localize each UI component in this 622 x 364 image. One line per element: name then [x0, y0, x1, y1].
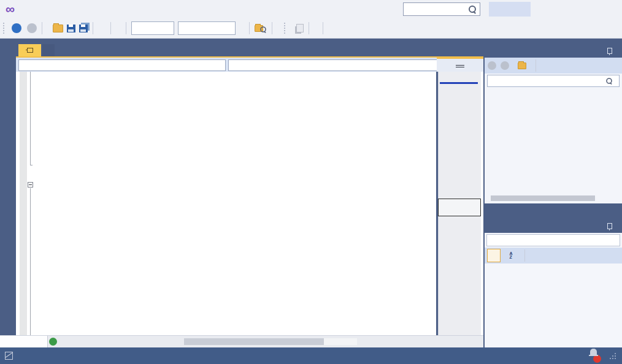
properties-toolbar: AZ: [485, 248, 622, 264]
sort-az-icon: AZ: [509, 252, 512, 259]
toolbar-separator: [249, 22, 250, 34]
split-handle-icon[interactable]: [456, 64, 464, 68]
save-all-icon: [79, 25, 88, 32]
pin-icon[interactable]: [27, 48, 33, 53]
solution-search-row: [485, 74, 622, 88]
toolbar-grip[interactable]: [284, 23, 287, 34]
open-file-button[interactable]: [51, 21, 65, 36]
toolbar-grip[interactable]: [3, 23, 6, 34]
increase-indent-button[interactable]: [316, 21, 320, 36]
copy-icon: [296, 24, 304, 32]
back-icon[interactable]: [488, 61, 496, 70]
properties-body: AZ: [485, 233, 622, 347]
code-editor[interactable]: [16, 72, 483, 335]
solution-search-input[interactable]: [487, 75, 620, 87]
toolbar-separator: [42, 22, 42, 34]
navigate-back-button[interactable]: [10, 21, 25, 36]
save-all-button[interactable]: [77, 21, 90, 36]
editor-group: [16, 38, 483, 335]
close-button[interactable]: [593, 0, 622, 18]
comment-button[interactable]: [326, 21, 332, 36]
quick-search-input[interactable]: [403, 2, 480, 16]
categorized-button[interactable]: [487, 249, 501, 262]
scrollbar-thumb[interactable]: [184, 338, 324, 345]
switch-views-icon: [518, 63, 526, 69]
solution-explorer-body: [485, 58, 622, 203]
search-icon: [469, 6, 476, 13]
forward-icon[interactable]: [501, 61, 509, 70]
background-tasks-icon[interactable]: [5, 352, 13, 360]
copy-button[interactable]: [294, 21, 305, 36]
member-dropdown[interactable]: [228, 59, 448, 71]
solution-explorer-panel: [485, 44, 622, 218]
splitter-zone: [437, 58, 483, 73]
new-project-button[interactable]: [45, 21, 51, 36]
pin-icon[interactable]: [607, 223, 612, 229]
solution-configuration-dropdown[interactable]: [131, 21, 174, 35]
undo-button[interactable]: [96, 21, 102, 36]
document-tabstrip: [18, 44, 55, 56]
panel-bottom-tabs: [485, 204, 622, 218]
solution-explorer-toolbar: [485, 58, 622, 74]
find-magnifier-icon: [260, 26, 266, 32]
minimap-viewport[interactable]: [438, 199, 481, 216]
window-title: [489, 2, 531, 17]
vs-window: ∞: [0, 0, 622, 364]
left-tool-tabs: [0, 38, 16, 347]
toolbar-separator: [272, 22, 272, 34]
save-icon: [67, 25, 75, 32]
switch-views-button[interactable]: [518, 63, 528, 69]
redo-button[interactable]: [102, 21, 107, 36]
navigate-forward-icon: [27, 23, 37, 33]
toolbar-separator: [93, 22, 93, 34]
toolbar-separator: [309, 22, 309, 34]
toolbar-separator: [126, 22, 126, 34]
outline-guide-end: [30, 165, 33, 165]
solution-platform-dropdown[interactable]: [178, 21, 236, 35]
toolbar-separator: [110, 22, 111, 34]
navigate-forward-button[interactable]: [25, 21, 39, 36]
navigate-home-button[interactable]: [275, 21, 279, 36]
window-controls: [536, 0, 622, 18]
open-folder-icon: [53, 25, 63, 32]
search-icon: [606, 78, 612, 84]
outline-guide: [30, 72, 31, 165]
scrollbar-thumb[interactable]: [491, 195, 595, 201]
solution-explorer-title[interactable]: [485, 44, 622, 58]
solution-hscrollbar[interactable]: [485, 195, 622, 202]
alphabetical-button[interactable]: AZ: [504, 249, 518, 262]
property-pages-button[interactable]: [532, 249, 545, 262]
title-bar: ∞: [0, 0, 622, 18]
start-debug-button[interactable]: [237, 21, 246, 36]
crossbox-button[interactable]: [114, 21, 123, 36]
feedback-button[interactable]: [356, 21, 360, 36]
maximize-button[interactable]: [564, 0, 593, 18]
fold-collapse-icon[interactable]: [28, 182, 33, 188]
properties-title[interactable]: [485, 219, 622, 233]
pin-icon[interactable]: [607, 48, 612, 54]
zoom-dropdown[interactable]: [0, 336, 48, 347]
navigate-back-icon: [12, 23, 21, 33]
tab-main-pas[interactable]: [18, 44, 41, 56]
minimize-button[interactable]: [536, 0, 564, 18]
toolbar-separator: [524, 249, 525, 262]
standard-toolbar: [0, 18, 622, 39]
status-bar: [0, 347, 622, 364]
find-in-files-button[interactable]: [253, 21, 269, 36]
navigation-bar: [16, 56, 483, 73]
properties-panel: AZ: [485, 219, 622, 347]
tab-license-objectpascal[interactable]: [42, 44, 55, 56]
save-button[interactable]: [65, 21, 77, 36]
health-check-icon: [49, 338, 57, 346]
resize-grip[interactable]: [610, 353, 616, 359]
indicator-margin[interactable]: [20, 72, 27, 335]
object-dropdown[interactable]: [486, 234, 620, 246]
toolbar-separator: [323, 22, 323, 34]
type-dropdown[interactable]: [18, 59, 226, 71]
notifications-button[interactable]: [590, 349, 601, 363]
bell-icon: [590, 349, 597, 355]
vs-logo-icon: ∞: [6, 0, 15, 18]
editor-status-strip: [0, 335, 483, 348]
horizontal-scrollbar[interactable]: [178, 338, 363, 345]
live-share-button[interactable]: [339, 21, 345, 36]
